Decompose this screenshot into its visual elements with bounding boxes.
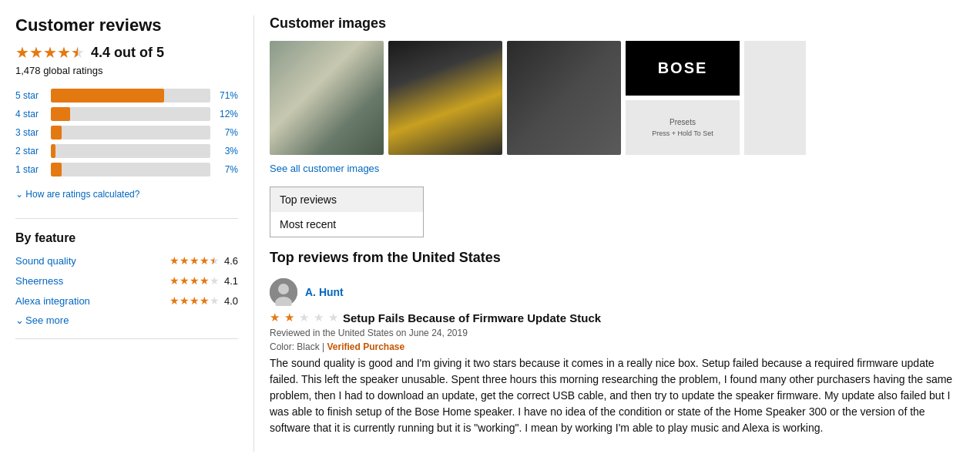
bar-pct-3star[interactable]: 7% — [216, 127, 238, 138]
bar-pct-1star[interactable]: 7% — [216, 164, 238, 175]
feature-score-alexa: 4.0 — [224, 295, 238, 307]
feature-right-sound-quality: ★ ★ ★ ★ ★ ★ 4.6 — [169, 254, 238, 267]
see-all-images-link[interactable]: See all customer images — [270, 163, 965, 174]
bar-label-4star[interactable]: 4 star — [15, 109, 45, 119]
bar-fill-2star — [51, 144, 55, 158]
review-star-5: ★ — [328, 311, 338, 324]
bar-row-4star: 4 star 12% — [15, 107, 238, 121]
customer-images-title: Customer images — [270, 15, 965, 32]
sort-dropdown[interactable]: Top reviews Most recent — [270, 187, 424, 237]
feature-name-alexa[interactable]: Alexa integration — [15, 295, 90, 307]
bar-row-2star: 2 star 3% — [15, 144, 238, 158]
feature-right-alexa: ★ ★ ★ ★ ★ 4.0 — [169, 294, 238, 307]
bar-track-1star — [51, 163, 210, 177]
sort-option-top-reviews[interactable]: Top reviews — [270, 187, 423, 212]
presets-label: Presets — [670, 118, 696, 126]
left-panel: Customer reviews ★ ★ ★ ★ ★ ★ 4.4 out of … — [0, 15, 254, 452]
mini-star-sh2: ★ — [180, 274, 190, 287]
mini-star-s2: ★ — [180, 254, 190, 267]
mini-star-sh1: ★ — [169, 274, 180, 287]
bar-fill-4star — [51, 107, 70, 121]
divider-2 — [15, 338, 238, 339]
mini-star-sh3: ★ — [190, 274, 200, 287]
avatar-icon — [270, 278, 297, 306]
overall-rating-row: ★ ★ ★ ★ ★ ★ 4.4 out of 5 — [15, 43, 238, 62]
feature-score-sheerness: 4.1 — [224, 275, 238, 287]
bar-label-5star[interactable]: 5 star — [15, 90, 45, 101]
bar-pct-4star[interactable]: 12% — [216, 109, 238, 119]
review-color: Color: Black — [270, 341, 320, 352]
svg-point-1 — [278, 284, 289, 294]
feature-name-sheerness[interactable]: Sheerness — [15, 275, 63, 287]
bar-row-5star: 5 star 71% — [15, 89, 238, 103]
mini-star-a4: ★ — [200, 294, 210, 307]
feature-name-sound-quality[interactable]: Sound quality — [15, 255, 76, 267]
review-meta: Reviewed in the United States on June 24… — [270, 328, 965, 338]
review-item: A. Hunt ★ ★ ★ ★ ★ Setup Fails Because of… — [270, 278, 965, 436]
mini-star-a1: ★ — [169, 294, 180, 307]
mini-stars-sheerness: ★ ★ ★ ★ ★ — [169, 274, 220, 287]
bar-track-5star — [51, 89, 210, 103]
right-panel: Customer images BOSE Presets Press + Hol… — [254, 15, 980, 452]
mini-stars-alexa: ★ ★ ★ ★ ★ — [169, 294, 220, 307]
mini-star-sh4: ★ — [200, 274, 210, 287]
by-feature-title: By feature — [15, 231, 238, 245]
bar-fill-5star — [51, 89, 164, 103]
reviewer-name[interactable]: A. Hunt — [305, 286, 344, 298]
bar-label-3star[interactable]: 3 star — [15, 127, 45, 138]
review-star-2: ★ — [284, 311, 294, 324]
star-3: ★ — [43, 43, 57, 62]
feature-row-sound-quality: Sound quality ★ ★ ★ ★ ★ ★ 4.6 — [15, 254, 238, 267]
bar-track-3star — [51, 126, 210, 140]
mini-star-s1: ★ — [169, 254, 180, 267]
see-more-link[interactable]: ⌄ See more — [15, 314, 238, 326]
bar-track-2star — [51, 144, 210, 158]
how-calculated-link[interactable]: ⌄ How are ratings calculated? — [15, 189, 238, 200]
divider-1 — [15, 218, 238, 219]
customer-image-1[interactable] — [270, 41, 384, 155]
customer-image-4b[interactable]: Presets Press + Hold To Set — [626, 100, 740, 155]
customer-image-3[interactable] — [507, 41, 621, 155]
customer-image-5[interactable] — [744, 41, 806, 155]
bar-pct-5star[interactable]: 71% — [216, 90, 238, 101]
reviews-section-title: Top reviews from the United States — [270, 250, 965, 266]
customer-image-4-container: BOSE Presets Press + Hold To Set — [626, 41, 740, 155]
bar-row-1star: 1 star 7% — [15, 163, 238, 177]
bar-fill-3star — [51, 126, 62, 140]
mini-stars-sound-quality: ★ ★ ★ ★ ★ ★ — [169, 254, 220, 267]
star-4: ★ — [57, 43, 71, 62]
review-color-verified: Color: Black | Verified Purchase — [270, 341, 965, 352]
review-headline: Setup Fails Because of Firmware Update S… — [343, 311, 601, 324]
bar-pct-2star[interactable]: 3% — [216, 146, 238, 156]
feature-score-sound-quality: 4.6 — [224, 255, 238, 267]
review-stars-row: ★ ★ ★ ★ ★ Setup Fails Because of Firmwar… — [270, 311, 965, 324]
star-1: ★ — [15, 43, 29, 62]
bar-label-2star[interactable]: 2 star — [15, 146, 45, 156]
global-ratings: 1,478 global ratings — [15, 65, 238, 76]
sort-dropdown-container: Top reviews Most recent — [270, 187, 424, 237]
bar-label-1star[interactable]: 1 star — [15, 164, 45, 175]
mini-star-a2: ★ — [180, 294, 190, 307]
customer-image-4a[interactable]: BOSE — [626, 41, 740, 96]
presets-button-text: Press + Hold To Set — [652, 129, 713, 137]
verified-purchase-badge: Verified Purchase — [327, 341, 404, 352]
mini-star-s4: ★ — [200, 254, 210, 267]
feature-right-sheerness: ★ ★ ★ ★ ★ 4.1 — [169, 274, 238, 287]
customer-image-2[interactable] — [388, 41, 502, 155]
bose-logo: BOSE — [658, 59, 708, 77]
bar-row-3star: 3 star 7% — [15, 126, 238, 140]
mini-star-a3: ★ — [190, 294, 200, 307]
sort-option-most-recent[interactable]: Most recent — [270, 212, 423, 237]
feature-row-sheerness: Sheerness ★ ★ ★ ★ ★ 4.1 — [15, 274, 238, 287]
mini-star-s3: ★ — [190, 254, 200, 267]
mini-star-a5: ★ — [210, 294, 220, 307]
avatar — [270, 278, 297, 306]
star-5-half: ★ ★ — [71, 43, 85, 62]
review-date: Reviewed in the United States on June 24… — [270, 328, 468, 338]
review-star-3: ★ — [299, 311, 309, 324]
bar-fill-1star — [51, 163, 62, 177]
rating-bars: 5 star 71% 4 star 12% 3 star 7% — [15, 89, 238, 177]
review-star-1: ★ — [270, 311, 280, 324]
overall-stars: ★ ★ ★ ★ ★ ★ — [15, 43, 85, 62]
reviewer-row: A. Hunt — [270, 278, 965, 306]
